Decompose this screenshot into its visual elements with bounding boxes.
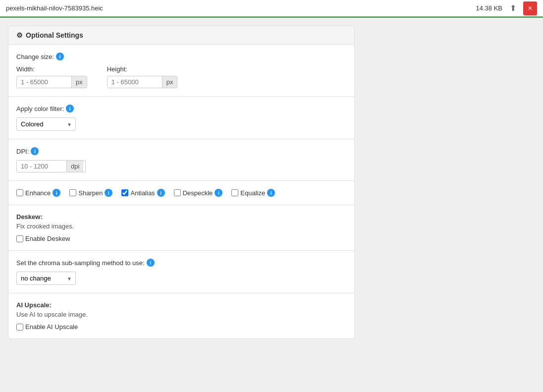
main-content: ⚙ Optional Settings Change size: i Width… bbox=[0, 18, 543, 347]
change-size-title: Change size: i bbox=[16, 53, 346, 60]
filesize-label: 14.38 KB bbox=[476, 4, 503, 12]
despeckle-label: Despeckle bbox=[183, 189, 213, 197]
dpi-input-wrapper: dpi bbox=[16, 160, 86, 172]
antialias-checkbox-item: Antialias i bbox=[121, 189, 164, 197]
close-button[interactable]: × bbox=[523, 1, 537, 15]
settings-panel: ⚙ Optional Settings Change size: i Width… bbox=[8, 26, 355, 339]
checkboxes-row: Enhance i Sharpen i Antialias i Despeckl… bbox=[16, 189, 346, 197]
enhance-label: Enhance bbox=[25, 189, 51, 197]
sharpen-label: Sharpen bbox=[78, 189, 103, 197]
height-label: Height: bbox=[107, 65, 178, 73]
right-area bbox=[363, 26, 535, 339]
equalize-label: Equalize bbox=[240, 189, 265, 197]
equalize-info-icon[interactable]: i bbox=[267, 189, 275, 197]
chroma-sampling-section: Set the chroma sub-sampling method to us… bbox=[8, 251, 354, 293]
ai-upscale-checkbox-item: Enable AI Upscale bbox=[16, 323, 346, 331]
despeckle-checkbox[interactable] bbox=[174, 189, 181, 196]
despeckle-checkbox-item: Despeckle i bbox=[174, 189, 223, 197]
filters-section: Enhance i Sharpen i Antialias i Despeckl… bbox=[8, 181, 354, 205]
enhance-info-icon[interactable]: i bbox=[53, 189, 60, 197]
gear-icon: ⚙ bbox=[16, 31, 23, 39]
height-input-wrapper: px bbox=[107, 76, 178, 88]
color-filter-section: Apply color filter: i Colored Greyscale … bbox=[8, 97, 354, 139]
change-size-section: Change size: i Width: px Height: px bbox=[8, 45, 354, 97]
panel-title: Optional Settings bbox=[26, 31, 83, 39]
color-filter-select[interactable]: Colored Greyscale Black & White bbox=[16, 117, 76, 131]
deskew-checkbox-item: Enable Deskew bbox=[16, 235, 346, 242]
panel-header: ⚙ Optional Settings bbox=[8, 26, 354, 45]
width-input[interactable] bbox=[17, 76, 71, 88]
dpi-unit-label: dpi bbox=[66, 161, 83, 172]
equalize-checkbox[interactable] bbox=[231, 189, 238, 196]
ai-upscale-checkbox[interactable] bbox=[16, 324, 23, 331]
ai-upscale-heading: AI Upscale: bbox=[16, 301, 346, 309]
width-field: Width: px bbox=[16, 65, 87, 88]
height-unit: px bbox=[162, 76, 177, 88]
dpi-info-icon[interactable]: i bbox=[31, 147, 39, 155]
ai-upscale-section: AI Upscale: Use AI to upscale image. Ena… bbox=[8, 293, 354, 338]
equalize-checkbox-item: Equalize i bbox=[231, 189, 275, 197]
deskew-heading: Deskew: bbox=[16, 213, 346, 221]
antialias-info-icon[interactable]: i bbox=[157, 189, 165, 197]
despeckle-info-icon[interactable]: i bbox=[215, 189, 222, 197]
top-bar: pexels-mikhail-nilov-7583935.heic 14.38 … bbox=[0, 0, 543, 18]
enhance-checkbox-item: Enhance i bbox=[16, 189, 60, 197]
filename-label: pexels-mikhail-nilov-7583935.heic bbox=[6, 4, 476, 12]
height-field: Height: px bbox=[107, 65, 178, 88]
deskew-label: Enable Deskew bbox=[25, 235, 70, 242]
antialias-label: Antialias bbox=[130, 189, 155, 197]
enhance-checkbox[interactable] bbox=[16, 189, 23, 196]
width-label: Width: bbox=[16, 65, 87, 73]
ai-upscale-label: Enable AI Upscale bbox=[25, 323, 78, 331]
deskew-checkbox[interactable] bbox=[16, 235, 23, 242]
upload-icon: ⬆ bbox=[507, 3, 518, 14]
sharpen-info-icon[interactable]: i bbox=[105, 189, 112, 197]
width-unit: px bbox=[71, 76, 87, 88]
color-filter-info-icon[interactable]: i bbox=[66, 105, 74, 112]
dpi-title: DPI: i bbox=[16, 147, 346, 155]
color-filter-select-wrapper: Colored Greyscale Black & White bbox=[16, 117, 76, 131]
deskew-section: Deskew: Fix crooked images. Enable Deske… bbox=[8, 205, 354, 251]
antialias-checkbox[interactable] bbox=[121, 189, 128, 196]
sharpen-checkbox-item: Sharpen i bbox=[69, 189, 112, 197]
dpi-section: DPI: i dpi bbox=[8, 139, 354, 181]
chroma-select[interactable]: no change 4:4:4 4:2:2 4:2:0 4:1:1 bbox=[16, 272, 76, 285]
size-row: Width: px Height: px bbox=[16, 65, 346, 88]
height-input[interactable] bbox=[108, 76, 162, 88]
chroma-sampling-title: Set the chroma sub-sampling method to us… bbox=[16, 259, 346, 267]
sharpen-checkbox[interactable] bbox=[69, 189, 76, 196]
chroma-select-wrapper: no change 4:4:4 4:2:2 4:2:0 4:1:1 bbox=[16, 272, 76, 285]
change-size-info-icon[interactable]: i bbox=[56, 53, 64, 60]
dpi-input[interactable] bbox=[17, 161, 66, 172]
color-filter-title: Apply color filter: i bbox=[16, 105, 346, 112]
deskew-subtitle: Fix crooked images. bbox=[16, 223, 346, 230]
width-input-wrapper: px bbox=[16, 76, 87, 88]
chroma-info-icon[interactable]: i bbox=[147, 259, 155, 267]
ai-upscale-subtitle: Use AI to upscale image. bbox=[16, 311, 346, 318]
